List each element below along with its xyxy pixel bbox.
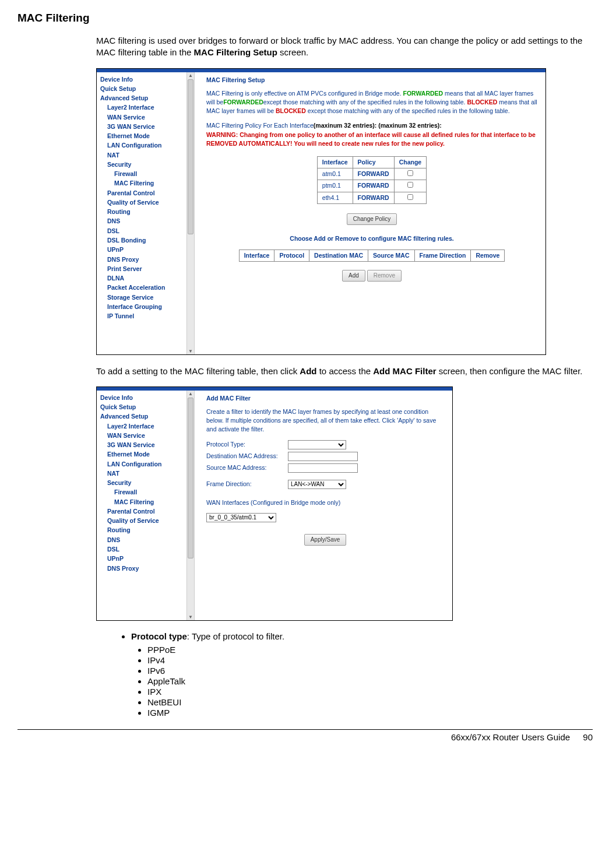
nav-dns-proxy[interactable]: DNS Proxy: [100, 564, 186, 573]
sidebar-nav: Device Info Quick Setup Advanced Setup L…: [97, 391, 186, 620]
change-checkbox[interactable]: [407, 182, 413, 188]
label-frame-direction: Frame Direction:: [206, 480, 288, 488]
nav-advanced-setup[interactable]: Advanced Setup: [100, 93, 186, 103]
scroll-up-icon[interactable]: ▲: [187, 72, 194, 79]
nav-3g-wan-service[interactable]: 3G WAN Service: [100, 122, 186, 131]
policy-table: Interface Policy Change atm0.1 FORWARD p…: [317, 156, 427, 204]
change-checkbox[interactable]: [407, 194, 413, 200]
nav-dns-proxy[interactable]: DNS Proxy: [100, 255, 186, 264]
nav-device-info[interactable]: Device Info: [100, 75, 186, 84]
nav-parental-control[interactable]: Parental Control: [100, 507, 186, 516]
col-policy: Policy: [353, 157, 394, 168]
forwarded-label: FORWARDED: [403, 90, 443, 97]
protocol-sublist: PPPoE IPv4 IPv6 AppleTalk IPX NetBEUI IG…: [131, 645, 587, 718]
sidebar-nav: Device Info Quick Setup Advanced Setup L…: [97, 72, 186, 354]
nav-packet-acceleration[interactable]: Packet Acceleration: [100, 283, 186, 292]
nav-dsl-bonding[interactable]: DSL Bonding: [100, 236, 186, 245]
nav-ethernet-mode[interactable]: Ethernet Mode: [100, 449, 186, 459]
scroll-thumb[interactable]: [188, 79, 193, 234]
change-policy-button[interactable]: Change Policy: [347, 213, 397, 226]
max-entries: (maxinum 32 entries): (maxinum 32 entrie…: [314, 122, 442, 129]
screenshot-add-mac-filter: Device Info Quick Setup Advanced Setup L…: [96, 386, 453, 621]
content-paragraph: Create a filter to identify the MAC laye…: [206, 407, 444, 434]
col-protocol: Protocol: [274, 249, 309, 261]
label-protocol-type: Protocol Type:: [206, 440, 288, 449]
nav-nat[interactable]: NAT: [100, 469, 186, 478]
nav-layer2-interface[interactable]: Layer2 Interface: [100, 103, 186, 112]
nav-wan-service[interactable]: WAN Service: [100, 113, 186, 122]
scroll-up-icon[interactable]: ▲: [187, 391, 194, 397]
source-mac-input[interactable]: [288, 463, 358, 473]
dest-mac-input[interactable]: [288, 452, 358, 461]
protocol-type-label: Protocol type: [131, 631, 187, 641]
nav-firewall[interactable]: Firewall: [100, 487, 186, 497]
nav-routing[interactable]: Routing: [100, 525, 186, 535]
nav-ethernet-mode[interactable]: Ethernet Mode: [100, 131, 186, 140]
scroll-down-icon[interactable]: ▼: [187, 614, 194, 620]
nav-routing[interactable]: Routing: [100, 207, 186, 216]
add-button[interactable]: Add: [342, 270, 365, 282]
scrollbar[interactable]: ▲ ▼: [186, 391, 195, 620]
nav-mac-filtering[interactable]: MAC Filtering: [100, 497, 186, 507]
nav-quick-setup[interactable]: Quick Setup: [100, 84, 186, 93]
nav-lan-configuration[interactable]: LAN Configuration: [100, 140, 186, 150]
nav-dsl[interactable]: DSL: [100, 544, 186, 554]
scrollbar[interactable]: ▲ ▼: [186, 72, 195, 354]
change-checkbox[interactable]: [407, 170, 413, 176]
mid-paragraph: To add a setting to the MAC filtering ta…: [96, 365, 587, 377]
nav-layer2-interface[interactable]: Layer2 Interface: [100, 421, 186, 431]
nav-device-info[interactable]: Device Info: [100, 393, 186, 402]
list-item: PPPoE: [147, 645, 587, 655]
nav-quick-setup[interactable]: Quick Setup: [100, 402, 186, 412]
page-footer: 66xx/67xx Router Users Guide 90: [17, 729, 593, 742]
cell-policy: FORWARD: [353, 168, 394, 180]
nav-dlna[interactable]: DLNA: [100, 273, 186, 283]
frame-direction-select[interactable]: LAN<->WAN: [288, 480, 346, 489]
protocol-type-list: Protocol type: Type of protocol to filte…: [96, 631, 587, 718]
blocked-label-2: BLOCKED: [276, 107, 306, 114]
cell-interface: atm0.1: [317, 168, 353, 180]
nav-dns[interactable]: DNS: [100, 535, 186, 544]
scroll-thumb[interactable]: [188, 398, 193, 558]
nav-security[interactable]: Security: [100, 478, 186, 487]
warning-label: WARNING:: [206, 131, 240, 138]
nav-parental-control[interactable]: Parental Control: [100, 188, 186, 198]
scroll-down-icon[interactable]: ▼: [187, 348, 194, 354]
protocol-type-select[interactable]: [288, 440, 346, 449]
nav-security[interactable]: Security: [100, 160, 186, 169]
intro-bold: MAC Filtering Setup: [194, 47, 277, 57]
nav-interface-grouping[interactable]: Interface Grouping: [100, 302, 186, 311]
nav-quality-of-service[interactable]: Quality of Service: [100, 198, 186, 207]
table-row: eth4.1 FORWARD: [317, 192, 426, 203]
choose-line: Choose Add or Remove to configure MAC fi…: [206, 234, 537, 243]
t: Add MAC Filter: [373, 366, 436, 376]
nav-upnp[interactable]: UPnP: [100, 554, 186, 563]
nav-nat[interactable]: NAT: [100, 150, 186, 160]
nav-wan-service[interactable]: WAN Service: [100, 431, 186, 440]
label-source-mac: Source MAC Address:: [206, 463, 288, 472]
nav-dsl[interactable]: DSL: [100, 226, 186, 236]
nav-dns[interactable]: DNS: [100, 216, 186, 226]
wan-interfaces-line: WAN Interfaces (Configured in Bridge mod…: [206, 498, 444, 507]
content-pane: MAC Filtering Setup MAC Filtering is onl…: [195, 72, 545, 354]
nav-ip-tunnel[interactable]: IP Tunnel: [100, 311, 186, 321]
nav-quality-of-service[interactable]: Quality of Service: [100, 516, 186, 525]
nav-print-server[interactable]: Print Server: [100, 264, 186, 273]
intro-paragraph: MAC filtering is used over bridges to fo…: [96, 35, 587, 59]
nav-3g-wan-service[interactable]: 3G WAN Service: [100, 440, 186, 449]
wan-interface-select[interactable]: br_0_0_35/atm0.1: [206, 513, 276, 522]
nav-mac-filtering[interactable]: MAC Filtering: [100, 178, 186, 188]
col-dest-mac: Destination MAC: [309, 249, 368, 261]
nav-firewall[interactable]: Firewall: [100, 169, 186, 178]
nav-upnp[interactable]: UPnP: [100, 245, 186, 254]
nav-advanced-setup[interactable]: Advanced Setup: [100, 412, 186, 421]
col-frame-direction: Frame Direction: [414, 249, 471, 261]
nav-lan-configuration[interactable]: LAN Configuration: [100, 459, 186, 469]
t: to access the: [317, 366, 374, 376]
content-paragraph-2: MAC Filtering Policy For Each Interface(…: [206, 121, 537, 148]
nav-storage-service[interactable]: Storage Service: [100, 293, 186, 302]
t: MAC Filtering is only effective on ATM P…: [206, 90, 403, 97]
t: MAC Filtering Policy For Each Interface: [206, 122, 314, 129]
remove-button[interactable]: Remove: [367, 270, 402, 282]
apply-save-button[interactable]: Apply/Save: [304, 534, 347, 546]
